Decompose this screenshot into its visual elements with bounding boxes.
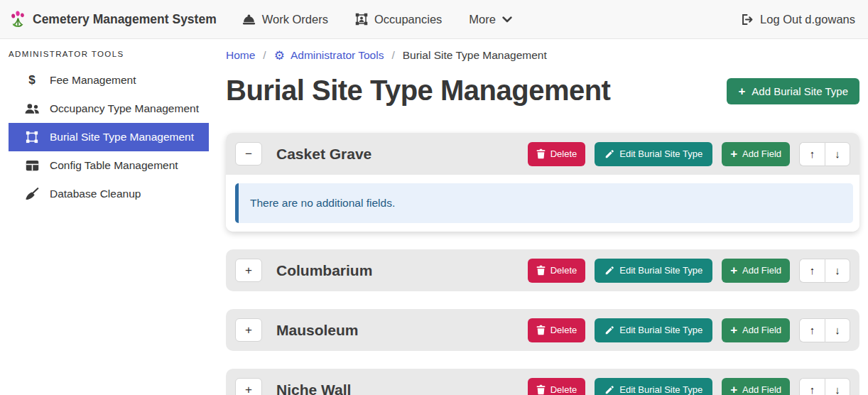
edit-burial-site-type-button[interactable]: Edit Burial Site Type <box>595 142 712 166</box>
delete-button[interactable]: Delete <box>528 142 586 166</box>
sidebar-item-label: Fee Management <box>50 74 136 87</box>
breadcrumb-admin-tools-link[interactable]: ⚙ Administrator Tools <box>274 49 384 62</box>
add-field-button[interactable]: + Add Field <box>722 318 790 342</box>
pencil-icon <box>604 149 614 159</box>
occupancy-frame-icon <box>355 13 368 26</box>
breadcrumb-home-link[interactable]: Home <box>226 49 255 62</box>
plus-icon: + <box>730 148 737 160</box>
expand-toggle-button[interactable]: + <box>235 378 262 395</box>
add-field-label: Add Field <box>742 148 781 159</box>
nav-occupancies-label: Occupancies <box>374 13 442 26</box>
burial-site-type-list: − Casket Grave Delete <box>226 133 859 395</box>
add-field-label: Add Field <box>742 325 781 335</box>
panel-title: Mausoleum <box>276 322 359 339</box>
breadcrumb-current: Burial Site Type Management <box>403 49 547 62</box>
users-icon <box>23 103 40 114</box>
trash-icon <box>536 325 546 335</box>
sidebar-item-label: Config Table Management <box>50 159 178 172</box>
plus-icon: + <box>730 384 737 395</box>
panel-columbarium: + Columbarium Delete <box>226 249 859 291</box>
no-fields-text: There are no additional fields. <box>250 197 395 209</box>
move-up-button[interactable]: ↑ <box>799 378 825 395</box>
breadcrumb-separator: / <box>391 49 394 62</box>
nav-more[interactable]: More <box>469 13 512 26</box>
main-nav: Work Orders Occupancies More <box>242 13 512 26</box>
add-burial-site-type-button[interactable]: + Add Burial Site Type <box>727 78 859 104</box>
vector-square-icon <box>23 131 40 144</box>
move-up-button[interactable]: ↑ <box>799 318 825 342</box>
add-field-label: Add Field <box>742 384 781 395</box>
nav-more-label: More <box>469 13 496 26</box>
nav-work-orders-label: Work Orders <box>262 13 328 26</box>
logout-button[interactable]: Log Out d.gowans <box>740 13 855 26</box>
sidebar-item-database-cleanup[interactable]: Database Cleanup <box>9 180 209 208</box>
panel-actions: Delete Edit Burial Site Type <box>528 318 850 342</box>
no-fields-alert: There are no additional fields. <box>235 183 853 223</box>
move-down-button[interactable]: ↓ <box>825 142 850 166</box>
gear-icon: ⚙ <box>274 50 285 62</box>
edit-burial-site-type-button[interactable]: Edit Burial Site Type <box>595 318 712 342</box>
panel-header: + Mausoleum Delete <box>226 309 859 351</box>
pencil-icon <box>604 385 614 395</box>
app-brand[interactable]: Cemetery Management System <box>10 10 217 28</box>
delete-label: Delete <box>550 325 577 335</box>
add-field-button[interactable]: + Add Field <box>722 259 790 283</box>
reorder-group: ↑ ↓ <box>799 378 850 395</box>
add-field-label: Add Field <box>742 265 781 276</box>
nav-work-orders[interactable]: Work Orders <box>242 13 328 26</box>
move-down-button[interactable]: ↓ <box>825 318 850 342</box>
delete-label: Delete <box>550 148 577 159</box>
delete-button[interactable]: Delete <box>528 378 586 395</box>
collapse-toggle-button[interactable]: − <box>235 142 262 166</box>
panel-header: − Casket Grave Delete <box>226 133 859 175</box>
breadcrumb-separator: / <box>263 49 266 62</box>
pencil-icon <box>604 266 614 276</box>
nav-occupancies[interactable]: Occupancies <box>355 13 442 26</box>
sidebar-item-fee-management[interactable]: $ Fee Management <box>9 66 209 94</box>
reorder-group: ↑ ↓ <box>799 142 850 166</box>
title-row: Burial Site Type Management + Add Burial… <box>226 73 859 107</box>
sidebar-item-label: Burial Site Type Management <box>50 131 194 144</box>
move-down-button[interactable]: ↓ <box>825 378 850 395</box>
pencil-icon <box>604 325 614 335</box>
delete-button[interactable]: Delete <box>528 318 586 342</box>
panel-title: Columbarium <box>276 262 372 279</box>
edit-burial-site-type-button[interactable]: Edit Burial Site Type <box>595 259 712 283</box>
move-down-button[interactable]: ↓ <box>825 259 850 283</box>
edit-label: Edit Burial Site Type <box>619 148 702 159</box>
breadcrumb-admin-tools-label: Administrator Tools <box>291 49 384 62</box>
app-title: Cemetery Management System <box>33 12 217 27</box>
panel-title: Casket Grave <box>276 146 371 163</box>
main-content: Home / ⚙ Administrator Tools / Burial Si… <box>210 39 868 395</box>
panel-title: Niche Wall <box>276 382 351 395</box>
delete-label: Delete <box>550 265 577 276</box>
panel-niche-wall: + Niche Wall Delete <box>226 369 859 395</box>
panel-actions: Delete Edit Burial Site Type <box>528 378 850 395</box>
plus-icon: + <box>730 324 737 336</box>
panel-actions: Delete Edit Burial Site Type <box>528 259 850 283</box>
panel-mausoleum: + Mausoleum Delete <box>226 309 859 351</box>
tulip-logo-icon <box>10 10 26 28</box>
move-up-button[interactable]: ↑ <box>799 142 825 166</box>
chevron-down-icon <box>502 16 512 23</box>
sidebar-heading: ADMINISTRATOR TOOLS <box>0 43 210 66</box>
sidebar-item-label: Database Cleanup <box>50 188 141 200</box>
expand-toggle-button[interactable]: + <box>235 259 262 282</box>
add-field-button[interactable]: + Add Field <box>722 378 790 395</box>
expand-toggle-button[interactable]: + <box>235 318 262 342</box>
sidebar-item-burial-site-type-management[interactable]: Burial Site Type Management <box>9 123 209 151</box>
panel-actions: Delete Edit Burial Site Type <box>528 142 850 166</box>
sidebar-item-occupancy-type-management[interactable]: Occupancy Type Management <box>9 94 209 123</box>
add-field-button[interactable]: + Add Field <box>722 142 790 166</box>
delete-button[interactable]: Delete <box>528 259 586 283</box>
sidebar-item-config-table-management[interactable]: Config Table Management <box>9 151 209 180</box>
plus-icon: + <box>730 264 737 276</box>
logout-icon <box>740 13 754 26</box>
breadcrumb: Home / ⚙ Administrator Tools / Burial Si… <box>226 45 859 66</box>
edit-burial-site-type-button[interactable]: Edit Burial Site Type <box>595 378 712 395</box>
hard-hat-icon <box>242 13 256 26</box>
panel-header: + Columbarium Delete <box>226 249 859 291</box>
panel-body: There are no additional fields. <box>226 175 859 232</box>
dollar-icon: $ <box>23 73 40 87</box>
move-up-button[interactable]: ↑ <box>799 259 825 283</box>
